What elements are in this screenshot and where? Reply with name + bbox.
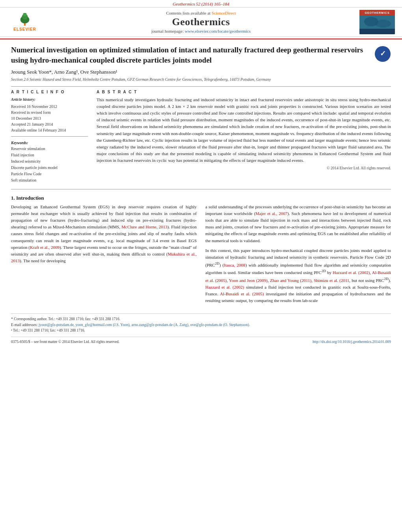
abstract-col: A B S T R A C T This numerical study inv…	[97, 90, 391, 184]
authors: Jeoung Seok Yoon*, Arno Zang¹, Ove Steph…	[11, 69, 391, 75]
homepage-url[interactable]: www.elsevier.com/locate/geothermics	[185, 29, 251, 33]
footnote-corresponding: * Corresponding author. Tel.: +49 331 28…	[11, 316, 391, 322]
footer-doi: http://dx.doi.org/10.1016/j.geothermics.…	[313, 339, 391, 345]
svg-point-10	[375, 20, 391, 28]
paper-footer: * Corresponding author. Tel.: +49 331 28…	[11, 313, 391, 345]
footnote-email-link[interactable]: jyoon@gfz-potsdam.de, yoon_gfz@hotmail.c…	[39, 323, 250, 327]
svg-text:GEOTHERMICS: GEOTHERMICS	[365, 11, 389, 14]
paper-title: Numerical investigation on optimized sti…	[11, 45, 369, 65]
sciencedirect-label: Contents lists available at ScienceDirec…	[43, 11, 359, 15]
intro-col2: a solid understanding of the processes u…	[205, 204, 391, 307]
doi-link[interactable]: http://dx.doi.org/10.1016/j.geothermics.…	[313, 340, 391, 344]
ref-shimizu[interactable]: Shimizu et al. (2011	[314, 278, 349, 283]
ref-majer[interactable]: Majer et al., 2007	[255, 211, 287, 216]
footer-bar: 0375-6505/$ – see front matter © 2014 El…	[11, 337, 391, 345]
svg-text:✓: ✓	[380, 50, 386, 57]
ref-mcclure[interactable]: McClure and Horne, 2013	[121, 224, 167, 229]
svg-rect-11	[359, 29, 395, 34]
affiliation: Section 2.6 Seismic Hazard and Stress Fi…	[11, 77, 391, 82]
ref-albusaidi2[interactable]: Al-Busaidi et al. (2005)	[220, 291, 264, 296]
abstract-copyright: © 2014 Elsevier Ltd. All rights reserved…	[97, 166, 391, 170]
ref-hazzard2[interactable]: Hazzard et al. (2002)	[205, 285, 244, 289]
sciencedirect-link[interactable]: ScienceDirect	[212, 11, 236, 15]
body-section: 1. Introduction Developing an Enhanced G…	[11, 195, 391, 307]
ref-zhao[interactable]: Zhao and Young (2011)	[270, 278, 311, 283]
article-history: Article history: Received 16 November 20…	[11, 96, 88, 133]
keywords-divider	[11, 136, 88, 137]
ref-mukuhira[interactable]: Mukuhira et al., 2013	[11, 252, 197, 263]
journal-homepage: journal homepage: www.elsevier.com/locat…	[43, 29, 359, 33]
footnote-emails: E-mail addresses: jyoon@gfz-potsdam.de, …	[11, 322, 391, 328]
divider	[11, 86, 391, 87]
journal-title: Geothermics	[43, 16, 359, 28]
intro-title: 1. Introduction	[11, 195, 391, 201]
keywords-section: Keywords: Reservoir stimulation Fluid in…	[11, 141, 88, 184]
ref-yoon[interactable]: Yoon and Jeon (2009)	[229, 278, 268, 283]
elsevier-logo: ELSEVIER	[7, 12, 43, 32]
abstract-text: This numerical study investigates hydrau…	[97, 96, 391, 163]
article-info-col: A R T I C L E I N F O Article history: R…	[11, 90, 88, 184]
footnote-tel1: ¹ Tel.: +49 331 288 1716; fax: +49 331 2…	[11, 328, 391, 334]
ref-hazzard[interactable]: Hazzard et al. (2002)	[333, 270, 370, 275]
ref-itasca[interactable]: Itasca, 2008	[224, 262, 246, 267]
volume-info: Geothermics 52 (2014) 165–184	[173, 2, 229, 6]
intro-col1: Developing an Enhanced Geothermal System…	[11, 204, 197, 307]
abstract-heading: A B S T R A C T	[97, 90, 391, 94]
elsevier-text: ELSEVIER	[13, 27, 36, 32]
article-info-heading: A R T I C L E I N F O	[11, 90, 88, 94]
footer-issn: 0375-6505/$ – see front matter © 2014 El…	[11, 340, 119, 344]
ref-kraft[interactable]: Kraft et al., 2009	[30, 245, 60, 250]
crossmark-icon: ✓	[374, 46, 391, 62]
journal-center: Contents lists available at ScienceDirec…	[43, 11, 359, 33]
body-divider	[11, 189, 391, 189]
geothermics-logo: GEOTHERMICS	[359, 10, 395, 34]
